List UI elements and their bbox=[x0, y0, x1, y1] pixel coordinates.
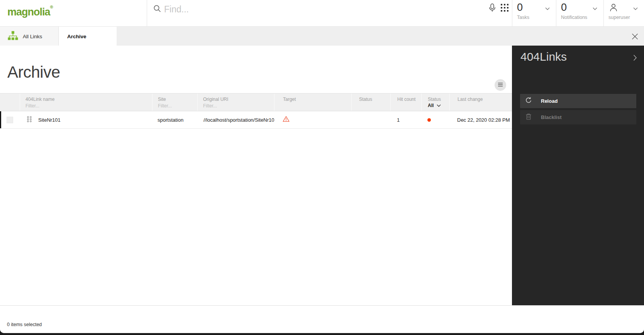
status-filter-value: All bbox=[428, 103, 434, 108]
hamburger-icon bbox=[498, 82, 503, 88]
hit-count: 1 bbox=[397, 117, 400, 123]
tab-all-links[interactable]: All Links bbox=[0, 27, 59, 46]
column-label: Site bbox=[158, 97, 196, 102]
blacklist-label: Blacklist bbox=[541, 114, 561, 120]
link-name: SiteNr101 bbox=[38, 117, 61, 123]
column-label: Status bbox=[428, 97, 448, 102]
status-bar: 0 items selected bbox=[0, 305, 644, 333]
close-icon[interactable] bbox=[632, 33, 638, 40]
column-label: 404Link name bbox=[25, 97, 151, 102]
drag-handle-icon[interactable] bbox=[27, 116, 32, 124]
reload-icon bbox=[525, 97, 532, 105]
action-panel: 404Links Reload bbox=[512, 46, 644, 305]
logo-text: magnolia bbox=[7, 6, 50, 18]
reload-button[interactable]: Reload bbox=[520, 94, 636, 108]
microphone-icon[interactable] bbox=[488, 3, 497, 13]
row-last-change-cell: Dec 22, 2020 02:28 PM bbox=[449, 111, 512, 128]
column-header-target[interactable]: Target bbox=[274, 94, 351, 111]
app-launcher-grid-icon[interactable] bbox=[500, 3, 510, 13]
content-area: Archive 404Link name Site Original URI T bbox=[0, 46, 644, 305]
site-filter-input[interactable] bbox=[158, 103, 192, 109]
name-filter-input[interactable] bbox=[25, 103, 138, 109]
row-uri-cell: //localhost/sportstation/SiteNr101 bbox=[197, 111, 274, 128]
tab-archive[interactable]: Archive bbox=[59, 27, 117, 46]
notifications-label: Notifications bbox=[561, 15, 587, 20]
warning-triangle-icon bbox=[283, 116, 290, 124]
column-label: Target bbox=[283, 97, 350, 102]
row-status-dot-cell bbox=[421, 111, 449, 128]
row-site-cell: sportstation bbox=[152, 111, 197, 128]
user-icon bbox=[608, 3, 619, 15]
panel-action-list: Reload Blacklist bbox=[520, 94, 636, 124]
column-header-last-change[interactable]: Last change bbox=[449, 94, 512, 111]
notifications-indicator[interactable]: 0 Notifications bbox=[556, 0, 603, 26]
column-header-original-uri[interactable]: Original URI bbox=[197, 94, 274, 111]
tab-label: Archive bbox=[67, 34, 86, 39]
table-header: 404Link name Site Original URI Target St… bbox=[0, 93, 512, 111]
select-all-column-header bbox=[0, 94, 20, 111]
reload-label: Reload bbox=[541, 98, 558, 104]
column-header-404link-name[interactable]: 404Link name bbox=[20, 94, 152, 111]
row-name-cell: SiteNr101 bbox=[20, 111, 152, 128]
find-search-input[interactable] bbox=[164, 2, 396, 16]
page-title: Archive bbox=[7, 63, 60, 82]
row-hit-count-cell: 1 bbox=[390, 111, 421, 128]
column-label: Last change bbox=[458, 97, 510, 102]
app-tab-bar: All Links Archive bbox=[0, 26, 644, 46]
trash-icon bbox=[525, 113, 532, 122]
selection-count-text: 0 items selected bbox=[7, 322, 42, 327]
panel-title: 404Links bbox=[520, 50, 567, 63]
last-change-date: Dec 22, 2020 02:28 PM bbox=[457, 117, 510, 123]
user-name-label: superuser bbox=[608, 15, 630, 20]
status-filter-dropdown[interactable]: All bbox=[428, 103, 448, 108]
sitemap-tree-icon bbox=[8, 31, 18, 42]
site-name: sportstation bbox=[158, 117, 183, 123]
tasks-count: 0 bbox=[517, 2, 523, 14]
magnolia-logo: magnolia® bbox=[7, 5, 53, 18]
error-status-dot-icon bbox=[427, 118, 431, 122]
topbar-divider bbox=[147, 0, 147, 26]
chevron-right-icon[interactable] bbox=[633, 54, 637, 61]
tasks-label: Tasks bbox=[517, 15, 529, 20]
blacklist-button[interactable]: Blacklist bbox=[520, 110, 636, 124]
logo-registered-mark: ® bbox=[50, 5, 53, 9]
column-header-status[interactable]: Status bbox=[351, 94, 390, 111]
column-label: Status bbox=[359, 97, 389, 102]
column-header-hit-count[interactable]: Hit count bbox=[390, 94, 421, 111]
column-header-site[interactable]: Site bbox=[152, 94, 197, 111]
column-label: Original URI bbox=[203, 97, 273, 102]
row-status-cell bbox=[351, 111, 390, 128]
original-uri: //localhost/sportstation/SiteNr101 bbox=[203, 117, 274, 123]
tasks-indicator[interactable]: 0 Tasks bbox=[512, 0, 556, 26]
row-target-cell bbox=[274, 111, 351, 128]
notifications-count: 0 bbox=[561, 2, 567, 14]
tab-label: All Links bbox=[23, 34, 42, 39]
column-header-status-filter[interactable]: Status All bbox=[421, 94, 449, 111]
top-bar: magnolia® 0 Tasks 0 bbox=[0, 0, 644, 26]
column-label: Hit count bbox=[397, 97, 420, 102]
row-select-cell bbox=[0, 111, 20, 128]
chevron-down-icon bbox=[633, 5, 638, 12]
table-options-button[interactable] bbox=[495, 79, 506, 91]
table-row[interactable]: SiteNr101 sportstation //localhost/sport… bbox=[0, 111, 512, 129]
row-checkbox[interactable] bbox=[7, 117, 13, 123]
chevron-down-icon bbox=[437, 103, 441, 108]
chevron-down-icon bbox=[545, 5, 550, 12]
user-menu[interactable]: superuser bbox=[603, 0, 644, 26]
search-icon bbox=[153, 5, 162, 15]
app-sheet: magnolia® 0 Tasks 0 bbox=[0, 0, 644, 333]
uri-filter-input[interactable] bbox=[203, 103, 266, 109]
chevron-down-icon bbox=[593, 5, 597, 12]
